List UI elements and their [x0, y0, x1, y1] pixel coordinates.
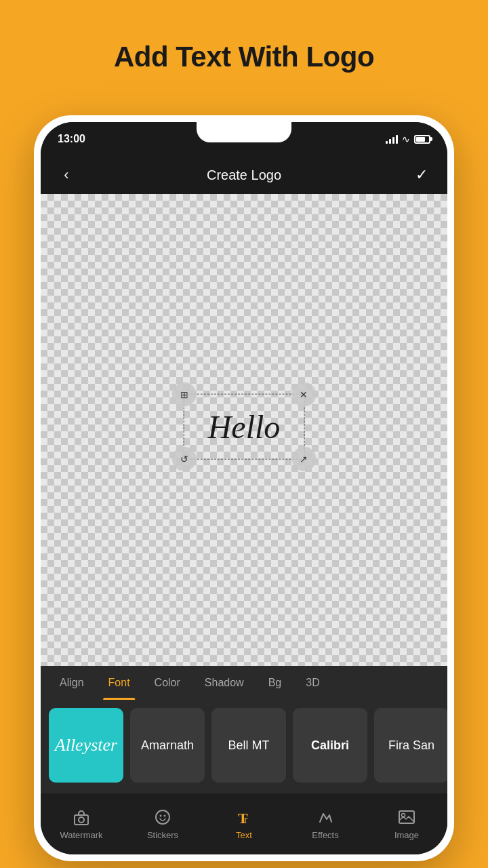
wifi-icon: ∿ [402, 134, 410, 144]
nav-text-label: Text [236, 830, 252, 840]
page-title: Add Text With Logo [0, 0, 488, 94]
tab-align[interactable]: Align [47, 666, 96, 700]
svg-text:r: r [244, 814, 248, 825]
text-element[interactable]: ⊞ ✕ ↺ ↗ Hello [184, 394, 305, 460]
signal-icon [386, 134, 398, 144]
image-icon [398, 808, 415, 826]
svg-point-4 [164, 814, 166, 816]
nav-image[interactable]: Image [366, 793, 447, 854]
notch [197, 122, 291, 142]
svg-point-2 [156, 810, 169, 824]
font-name-firasans: Fira San [385, 735, 438, 756]
font-name-amarnath: Amarnath [138, 735, 197, 756]
resize-icon: ↗ [300, 454, 308, 465]
svg-rect-7 [399, 811, 414, 823]
canvas-area[interactable]: ⊞ ✕ ↺ ↗ Hello [41, 194, 447, 666]
nav-effects-label: Effects [312, 830, 339, 840]
handle-resize[interactable]: ↗ [291, 447, 316, 471]
tab-color[interactable]: Color [142, 666, 192, 700]
nav-stickers[interactable]: Stickers [122, 793, 203, 854]
rotate-icon: ↺ [180, 454, 188, 465]
status-icons: ∿ [386, 134, 430, 144]
font-list: Alleyster Amarnath Bell MT Calibri Fira … [41, 700, 447, 793]
font-card-calibri[interactable]: Calibri [293, 708, 367, 783]
nav-title: Create Logo [207, 167, 281, 183]
font-name-calibri: Calibri [308, 735, 352, 756]
font-card-firasans[interactable]: Fira San [374, 708, 447, 783]
tab-3d[interactable]: 3D [293, 666, 331, 700]
phone-frame: 13:00 ∿ ‹ Create Logo ✓ [34, 115, 454, 861]
font-name-bellmt: Bell MT [224, 735, 272, 756]
tab-bg[interactable]: Bg [256, 666, 294, 700]
nav-image-label: Image [394, 830, 419, 840]
font-tab-bar: Align Font Color Shadow Bg 3D [41, 666, 447, 700]
stickers-icon [154, 808, 171, 826]
handle-duplicate[interactable]: ⊞ [172, 382, 197, 407]
effects-icon [317, 808, 334, 826]
nav-stickers-label: Stickers [147, 830, 178, 840]
svg-point-3 [160, 814, 162, 816]
nav-bar: ‹ Create Logo ✓ [41, 156, 447, 194]
status-time: 13:00 [58, 133, 85, 145]
tab-shadow[interactable]: Shadow [192, 666, 256, 700]
page-background: Add Text With Logo 13:00 ∿ ‹ [0, 0, 488, 868]
nav-watermark[interactable]: Watermark [41, 793, 122, 854]
duplicate-icon: ⊞ [180, 389, 188, 400]
nav-text[interactable]: T r Text [203, 793, 285, 854]
battery-icon [414, 135, 430, 144]
svg-point-1 [79, 817, 84, 823]
handle-delete[interactable]: ✕ [291, 382, 316, 407]
back-button[interactable]: ‹ [54, 166, 79, 184]
nav-effects[interactable]: Effects [285, 793, 366, 854]
phone-screen: 13:00 ∿ ‹ Create Logo ✓ [41, 122, 447, 854]
text-icon: T r [235, 808, 253, 826]
font-card-amarnath[interactable]: Amarnath [130, 708, 205, 783]
tab-font[interactable]: Font [96, 666, 142, 700]
handle-rotate[interactable]: ↺ [172, 447, 197, 471]
font-card-alleyster[interactable]: Alleyster [49, 708, 123, 783]
font-name-alleyster: Alleyster [52, 732, 121, 759]
nav-watermark-label: Watermark [60, 830, 102, 840]
confirm-button[interactable]: ✓ [409, 166, 434, 184]
font-tab-row: Align Font Color Shadow Bg 3D [47, 666, 441, 700]
watermark-icon [73, 808, 90, 826]
close-icon: ✕ [300, 389, 308, 400]
font-card-bellmt[interactable]: Bell MT [211, 708, 286, 783]
status-bar: 13:00 ∿ [41, 122, 447, 156]
canvas-text[interactable]: Hello [208, 409, 281, 445]
bottom-nav: Watermark Stickers T r [41, 793, 447, 854]
